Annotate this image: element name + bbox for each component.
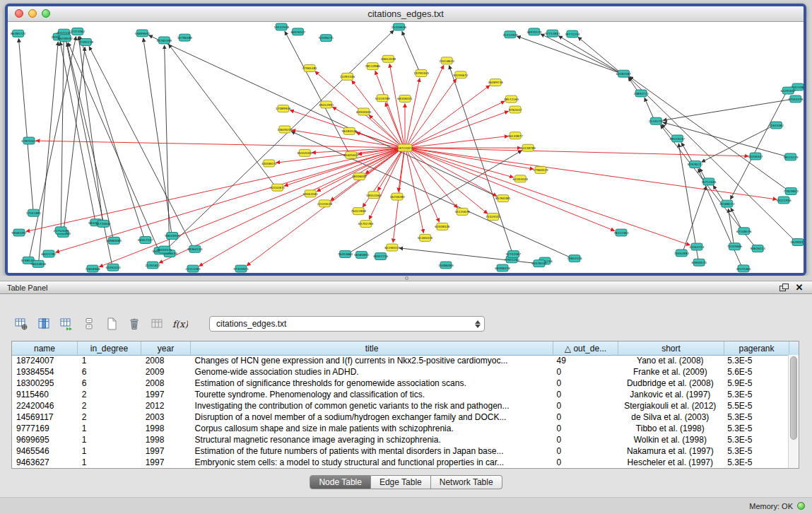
table-row[interactable]: 977716911998Corpus callosum shape and si… [12, 423, 788, 434]
table-cell[interactable]: Disruption of a novel member of a sodium… [191, 411, 553, 423]
table-cell[interactable]: 18300295 [12, 378, 78, 389]
network-node[interactable]: 64304029 [513, 175, 529, 182]
network-selector[interactable]: citations_edges.txt [209, 316, 485, 332]
network-node[interactable]: 90634920 [165, 233, 180, 240]
network-node[interactable]: 77305118 [78, 38, 94, 45]
network-node[interactable]: 33609201 [277, 126, 293, 133]
network-node[interactable]: 73658968 [85, 265, 100, 272]
network-node[interactable]: 96484524 [342, 127, 358, 134]
table-cell[interactable]: 19384554 [12, 366, 78, 378]
column-header[interactable]: short [618, 341, 724, 355]
network-node[interactable]: 46140877 [507, 132, 523, 139]
network-node[interactable]: 22032871 [270, 184, 286, 191]
table-cell[interactable]: Estimation of significance thresholds fo… [191, 378, 553, 389]
network-node[interactable]: 53699640 [135, 30, 151, 37]
table-cell[interactable]: 2008 [141, 378, 191, 389]
function-builder-icon[interactable]: f(x) [170, 315, 189, 333]
table-cell[interactable]: 49 [553, 355, 618, 366]
network-node[interactable]: 40652048 [381, 55, 396, 62]
network-node[interactable]: 65702784 [358, 221, 374, 228]
table-cell[interactable]: Structural magnetic resonance image aver… [191, 434, 553, 445]
table-row[interactable]: 969969511998Structural magnetic resonanc… [12, 434, 788, 445]
table-cell[interactable]: Nakamura et al. (1997) [617, 445, 723, 457]
table-cell[interactable]: Dudbridge et al. (2008) [617, 378, 723, 389]
table-cell[interactable]: 18724007 [12, 355, 78, 366]
table-cell[interactable]: 2 [78, 389, 141, 400]
network-node[interactable]: 61465026 [418, 234, 433, 241]
network-node[interactable]: 92742067 [506, 251, 522, 258]
table-cell[interactable]: 9465546 [12, 445, 78, 457]
network-node[interactable]: 47965381 [302, 64, 317, 71]
network-node[interactable]: 17041891 [26, 209, 42, 216]
network-node[interactable]: 73653126 [567, 255, 582, 262]
table-cell[interactable]: 1 [78, 423, 141, 434]
table-cell[interactable]: 9463627 [12, 457, 78, 468]
network-node[interactable]: 49370365 [736, 265, 751, 272]
network-node[interactable]: 86385720 [11, 30, 26, 37]
table-cell[interactable]: 6 [78, 366, 141, 378]
network-node[interactable]: 64765499 [157, 37, 172, 44]
table-cell[interactable]: 1 [78, 355, 141, 366]
table-cell[interactable]: 1998 [141, 423, 191, 434]
pane-divider[interactable] [0, 276, 812, 281]
network-node[interactable]: 21610462 [769, 122, 784, 129]
table-cell[interactable]: 9777169 [12, 423, 78, 434]
table-cell[interactable]: 6 [78, 378, 141, 389]
network-node[interactable]: 63940650 [356, 108, 372, 115]
table-row[interactable]: 2242004622012Investigating the contribut… [12, 400, 788, 411]
network-node[interactable]: 77829813 [784, 187, 799, 194]
column-header[interactable]: name [12, 341, 78, 355]
network-node[interactable]: 82928212 [688, 160, 703, 168]
table-cell[interactable]: 14569117 [12, 411, 78, 423]
table-options-icon[interactable] [11, 315, 31, 333]
table-cell[interactable]: 5.3E-5 [723, 445, 788, 457]
network-node[interactable]: 97752843 [545, 30, 560, 37]
network-node[interactable]: 85559300 [298, 149, 313, 156]
column-header[interactable]: △ out_de... [553, 341, 618, 355]
delete-table-icon[interactable] [124, 315, 144, 333]
network-node[interactable]: 24326656 [392, 23, 407, 30]
network-node[interactable]: 49452991 [319, 101, 334, 108]
network-node[interactable]: 14796489 [177, 34, 193, 41]
table-cell[interactable]: 0 [553, 445, 618, 457]
table-row[interactable]: 946362711997Embryonic stem cells: a mode… [12, 457, 788, 468]
network-node[interactable]: 44008470 [261, 160, 277, 167]
table-cell[interactable]: 5.3E-5 [723, 389, 788, 400]
network-node[interactable]: 68308431 [397, 95, 413, 102]
table-cell[interactable]: de Silva et al. (2003) [617, 411, 723, 423]
table-row[interactable]: 1456911722003Disruption of a novel membe… [12, 411, 788, 423]
table-cell[interactable]: Changes of HCN gene expression and I(f) … [191, 355, 553, 366]
network-node[interactable]: 66519247 [670, 135, 686, 142]
network-node[interactable]: 78222463 [613, 229, 629, 236]
network-node[interactable]: 21752420 [53, 227, 69, 234]
network-node[interactable]: 57043378 [788, 95, 804, 103]
table-cell[interactable]: 0 [553, 400, 618, 411]
network-node[interactable]: 21345791 [649, 117, 664, 124]
network-node[interactable]: 92596271 [319, 35, 334, 42]
create-table-icon[interactable] [102, 315, 122, 333]
tab-edge-table[interactable]: Edge Table [371, 475, 431, 489]
table-cell[interactable]: Stergiakouli et al. (2012) [617, 400, 723, 411]
network-node[interactable]: 66208592 [58, 35, 73, 42]
network-node[interactable]: 74335606 [727, 243, 743, 250]
network-canvas[interactable]: 1872400764338789579600296430402985760381… [8, 22, 804, 274]
scrollbar-thumb[interactable] [790, 356, 797, 440]
network-node[interactable]: 46389736 [488, 79, 504, 86]
network-node[interactable]: 34125678 [454, 208, 470, 215]
column-header[interactable]: year [141, 341, 191, 355]
table-cell[interactable]: 2008 [141, 355, 191, 366]
network-node[interactable]: 56299019 [790, 238, 804, 245]
network-node[interactable]: 46976527 [290, 28, 306, 35]
table-cell[interactable]: 0 [553, 411, 618, 423]
network-node[interactable]: 78515229 [783, 153, 799, 160]
network-node[interactable]: 40256547 [748, 153, 763, 160]
network-canvas-svg[interactable]: 1872400764338789579600296430402985760381… [8, 22, 804, 274]
table-cell[interactable]: 5.5E-5 [723, 400, 788, 411]
table-cell[interactable]: 2 [78, 411, 141, 423]
network-node[interactable]: 76454664 [338, 250, 353, 257]
network-node[interactable]: 18406002 [352, 173, 367, 180]
network-node[interactable]: 16258280 [389, 193, 405, 200]
table-cell[interactable]: 5.9E-5 [723, 378, 788, 389]
network-node[interactable]: 14734642 [95, 220, 111, 227]
table-cell[interactable]: 2 [78, 400, 141, 411]
